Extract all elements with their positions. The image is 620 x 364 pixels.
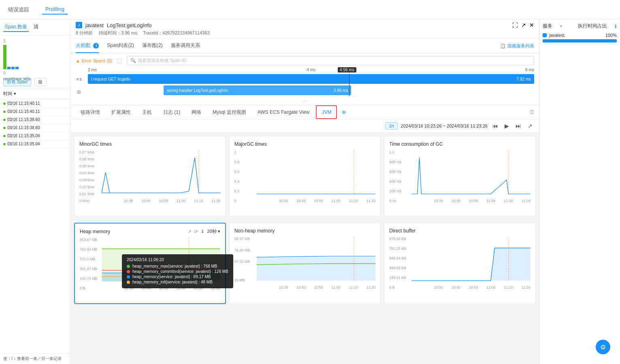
time-jump[interactable]: ↗: [526, 122, 534, 130]
list-item[interactable]: 03/16 11:15:35.04: [0, 140, 70, 148]
list-item[interactable]: 03/16 11:15:40.11: [0, 108, 70, 116]
method-name: LogTest.getLogInfo: [107, 22, 152, 28]
time-preset-1h[interactable]: 1h: [385, 122, 397, 130]
time-sort-header[interactable]: 时间 ▾: [0, 88, 70, 100]
tab-network[interactable]: 网络: [187, 106, 206, 119]
span-count-chart: 5 0 count(trace_id){s: [0, 36, 70, 76]
tab-jvm[interactable]: JVM: [316, 105, 337, 119]
chart-directbuf: Direct buffer 976.56 KB781.25 KB585.94 K…: [384, 223, 536, 304]
flame-bar-row-1: ≡s t request GET /loginfo 7.92 ms: [88, 74, 534, 84]
tab-logs[interactable]: 日志 (1): [158, 106, 185, 119]
error-span-checkbox[interactable]: [117, 58, 122, 63]
flame-bar-2[interactable]: spring.handler LogTest.getLogInfo 3.96 m…: [164, 85, 351, 95]
trace-id: TraceId：4267922134987114363: [143, 30, 209, 35]
tab-span-count[interactable]: Span 数量: [3, 23, 29, 32]
tab-clear[interactable]: 清: [32, 23, 40, 32]
time-controls: 1h 2024/03/16 10:23:26 ~ 2024/03/16 11:2…: [71, 119, 539, 133]
tab-mysql[interactable]: Mysql 监控视图: [208, 106, 251, 119]
jvm-area: 1h 2024/03/16 10:23:26 ~ 2024/03/16 11:2…: [71, 119, 539, 364]
heap-tooltip: 2024/03/16 11:06:20 heap_memory_max{serv…: [122, 254, 233, 288]
tab-waterfall[interactable]: 瀑布图(2): [142, 39, 163, 53]
trace-header: J javatest LogTest.getLogInfo ⛶ ↗ ✕ 8 分钟…: [71, 19, 539, 39]
fullscreen-btn[interactable]: ⛶: [512, 22, 518, 28]
chart-heap-y: 953.67 MB762.94 MB572.2 MB 381.47 MB190.…: [80, 238, 102, 290]
charts-row-2: Heap memory ↗ ⟳ ⬇ 20秒 ▾ 953.67 MB762.94 …: [71, 219, 539, 307]
chart-heap: Heap memory ↗ ⟳ ⬇ 20秒 ▾ 953.67 MB762.94 …: [74, 223, 226, 304]
tab-trace-detail[interactable]: 链路详情: [76, 106, 105, 119]
nav-error-trace[interactable]: 错误追踪: [5, 4, 32, 15]
chart-heap-area: 953.67 MB762.94 MB572.2 MB 381.47 MB190.…: [80, 238, 220, 298]
timeline-label-6ms: 6 ms: [525, 68, 534, 72]
chart-majorgc-title: MajorGC times: [234, 141, 376, 147]
chart-gc-time-x: 10:3010:4010:5011:0011:1011:20: [434, 199, 531, 203]
flame-bar-2-time: 3.96 ms: [334, 88, 348, 93]
app-icon: J: [76, 22, 82, 28]
count-label: count(trace_id){s: [3, 77, 67, 81]
time-next-next[interactable]: ⏭: [514, 122, 523, 130]
trace-meta: 8 分钟前 持续时间：3.96 ms TraceId：4267922134987…: [76, 30, 534, 36]
list-item[interactable]: 03/16 11:15:38.60: [0, 116, 70, 124]
add-tab-btn[interactable]: ⊕: [339, 106, 349, 118]
chart-gc-time-y: 1 s800 ms600 ms400 ms200 ms0 ns: [389, 150, 411, 203]
list-item[interactable]: 03/16 11:15:35.04: [0, 132, 70, 140]
app-name: javatest: [85, 22, 104, 28]
scroll-dots: ···: [76, 97, 534, 105]
chart-minorgc-x: 10:3010:4010:5011:0011:1011:20: [124, 199, 221, 203]
share-btn[interactable]: ↗: [521, 22, 526, 28]
service-label: 服务: [543, 23, 552, 30]
chart-gc-time-plot: 10:3010:4010:5011:0011:1011:20: [411, 150, 531, 203]
flame-info: ℹ: [93, 43, 99, 49]
hide-service-list[interactable]: 📋隐藏服务列表: [500, 43, 534, 49]
flame-bar-1[interactable]: t request GET /loginfo 7.92 ms: [88, 74, 534, 84]
top-nav: 错误追踪 Profiling: [0, 0, 620, 19]
time-play[interactable]: ▶: [503, 122, 511, 130]
close-btn[interactable]: ✕: [529, 22, 534, 28]
svg-marker-10: [411, 248, 531, 281]
heap-share-btn[interactable]: ↗: [187, 229, 192, 234]
tooltip-time: 2024/03/16 11:06:20: [127, 258, 228, 262]
chart-nonheap-y: 95.37 MB76.29 MB57.22 MB15 MB: [234, 237, 257, 289]
chart-nonheap-plot: 10:3010:4010:5011:0011:1011:20: [257, 237, 376, 289]
chart-gc-time-area: 1 s800 ms600 ms400 ms200 ms0 ns 10:3010:…: [389, 150, 531, 211]
tooltip-row-committed: heap_memory_committed{service: javatest}…: [127, 269, 228, 274]
search-bar[interactable]: 🔍 搜索资源名称或 Span ID: [127, 56, 534, 65]
chart-directbuf-x: 10:3010:4010:5011:0011:1011:20: [434, 285, 531, 289]
tab-service-relation[interactable]: 服务调用关系: [171, 39, 200, 53]
chart-nonheap: Non-heap memory 95.37 MB76.29 MB57.22 MB…: [229, 223, 381, 304]
list-item[interactable]: 03/16 11:15:40.11: [0, 100, 70, 108]
search-icon: 🔍: [130, 58, 136, 63]
chart-minorgc-plot: 10:3010:4010:5011:0011:1011:20: [102, 150, 221, 203]
chart-directbuf-title: Direct buffer: [389, 228, 531, 234]
chart-majorgc-y: 10.80.60.40.20: [234, 150, 257, 203]
tooltip-row-init: heap_memory_init{service: javatest} : 48…: [127, 280, 228, 284]
time-prev-prev[interactable]: ⏮: [491, 122, 500, 130]
heap-download-btn[interactable]: ⬇: [200, 229, 205, 234]
expand-btn[interactable]: ⊕: [77, 89, 81, 95]
tab-ext-attrs[interactable]: 扩展属性: [107, 106, 136, 119]
chart-majorgc-plot: 10:3010:4010:5011:0011:1011:20: [257, 150, 376, 203]
timeline-cursor: 4.56 ms: [338, 67, 356, 72]
tab-span-list[interactable]: Span列表(2): [107, 39, 134, 53]
left-panel: Span 数量 清 5 0 count(trace_id){s 所有 Span …: [0, 19, 71, 364]
heap-time-selector[interactable]: 20秒 ▾: [207, 228, 220, 234]
nav-profiling[interactable]: Profiling: [42, 4, 68, 15]
list-item[interactable]: 03/16 11:15:38.60: [0, 124, 70, 132]
chart-directbuf-plot: 10:3010:4010:5011:0011:1011:20: [411, 237, 531, 289]
svg-marker-8: [257, 257, 376, 281]
chart-majorgc: MajorGC times 10.80.60.40.20: [229, 136, 381, 216]
exec-info-icon[interactable]: ℹ: [615, 23, 617, 29]
tooltip-dot-max: [127, 265, 130, 268]
chart-nonheap-area: 95.37 MB76.29 MB57.22 MB15 MB: [234, 237, 376, 298]
right-main: J javatest LogTest.getLogInfo ⛶ ↗ ✕ 8 分钟…: [71, 19, 539, 364]
timeline-label-4ms: 4 ms: [307, 68, 315, 72]
tooltip-dot-committed: [127, 270, 130, 273]
service-panel-header: 服务 ▾ 执行时间占比 ℹ: [543, 23, 617, 30]
tab-ecs[interactable]: AWS ECS Fargate View: [253, 106, 315, 118]
chart-gc-time: Time consumption of GC 1 s800 ms600 ms40…: [384, 136, 536, 216]
tab-host[interactable]: 主机: [137, 106, 157, 119]
collapse-detail-btn[interactable]: ☰: [530, 109, 534, 115]
time-label: 时间: [3, 91, 12, 97]
heap-refresh-btn[interactable]: ⟳: [194, 229, 198, 234]
exec-time-label: 执行时间占比: [578, 23, 607, 30]
tab-flame[interactable]: 火焰图 ℹ: [76, 39, 99, 53]
